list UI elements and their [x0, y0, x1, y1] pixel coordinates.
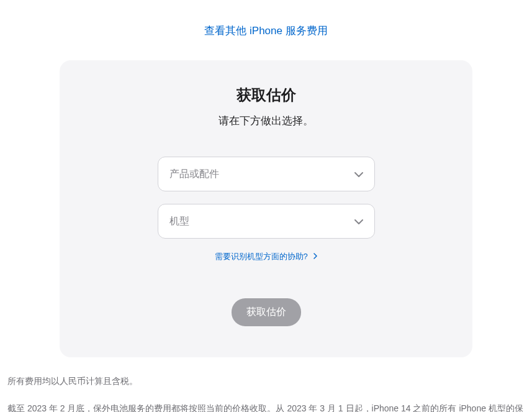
view-other-fees-link[interactable]: 查看其他 iPhone 服务费用 [0, 0, 532, 38]
chevron-down-icon [354, 216, 363, 227]
estimate-card: 获取估价 请在下方做出选择。 产品或配件 机型 需要识别机型方面的协助? 获取估… [60, 60, 472, 357]
footer-line-1: 所有费用均以人民币计算且含税。 [7, 372, 525, 390]
help-link-text: 需要识别机型方面的协助? [215, 252, 308, 261]
chevron-down-icon [354, 168, 363, 180]
card-subtitle: 请在下方做出选择。 [91, 114, 441, 128]
model-select[interactable]: 机型 [158, 204, 375, 239]
card-title: 获取估价 [91, 85, 441, 105]
footer-line-2a: 截至 2023 年 2 月底，保外电池服务的费用都将按照当前的价格收取。从 20… [7, 403, 523, 412]
footer-line-2: 截至 2023 年 2 月底，保外电池服务的费用都将按照当前的价格收取。从 20… [7, 400, 525, 412]
model-select-placeholder: 机型 [169, 215, 354, 228]
footer-notes: 所有费用均以人民币计算且含税。 截至 2023 年 2 月底，保外电池服务的费用… [0, 372, 532, 412]
chevron-right-icon [313, 252, 317, 261]
product-select[interactable]: 产品或配件 [158, 157, 375, 191]
get-estimate-button[interactable]: 获取估价 [232, 298, 301, 326]
product-select-placeholder: 产品或配件 [169, 168, 354, 181]
identify-model-help-link[interactable]: 需要识别机型方面的协助? [91, 251, 441, 262]
